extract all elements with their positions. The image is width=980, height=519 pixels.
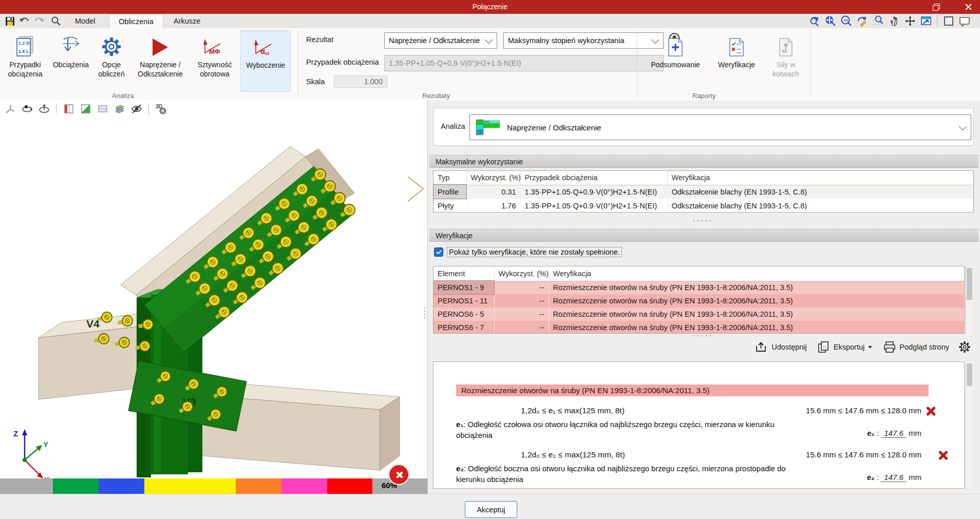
report-settings-button[interactable]	[958, 341, 971, 353]
restore-window-button[interactable]	[925, 0, 948, 14]
scrollbar-thumb[interactable]	[967, 268, 972, 300]
report-preview[interactable]: Rozmieszczenie otworów na śruby (PN EN 1…	[433, 361, 965, 489]
load-cases-button[interactable]: 1.2 D1.6 L Przypadki obciążenia	[2, 30, 48, 91]
close-icon	[965, 4, 972, 10]
report-scrollbar[interactable]	[965, 361, 973, 489]
save-button[interactable]	[3, 15, 16, 27]
analysis-select[interactable]: Naprężenie / Odkształcenie	[469, 114, 971, 140]
run-stress-strain-button[interactable]: Naprężenie / Odkształcenie	[131, 30, 189, 91]
cell-typ[interactable]: Płyty	[434, 199, 466, 213]
result-type-select[interactable]: Naprężenie / Odkształcenie	[384, 32, 497, 49]
hide-elements-button[interactable]	[129, 103, 143, 116]
summary-report-button[interactable]: Podsumowanie	[643, 30, 708, 91]
frame-view-button[interactable]	[941, 15, 955, 28]
axis-label-z: Z	[13, 429, 18, 438]
max-utilization-header[interactable]: Maksymalne wykorzystanie	[429, 155, 978, 168]
redraw-button[interactable]	[855, 15, 869, 28]
col-header[interactable]: Przypadek obciążenia	[520, 171, 667, 185]
viewport-3d[interactable]: 3D	[0, 101, 428, 494]
accept-button[interactable]: Akceptuj	[465, 501, 517, 518]
pan-button[interactable]	[887, 15, 901, 28]
param-value-input[interactable]: 147.6	[881, 473, 907, 482]
load-case-label: Przypadek obciążenia	[306, 58, 379, 66]
cell-typ[interactable]: Profile	[434, 185, 466, 199]
col-header[interactable]: Weryfikacja	[667, 171, 973, 185]
axis-view-button[interactable]	[3, 103, 17, 116]
table-row[interactable]: Płyty 1.76 1.35·PP+1.05·Q+0.9·V(0°)H2+1.…	[434, 199, 973, 213]
col-header[interactable]: Weryfikacja	[549, 266, 965, 281]
splitter-handle[interactable]: ·····	[680, 218, 726, 223]
chevron-down-icon	[485, 35, 493, 44]
tab-model[interactable]: Model	[66, 14, 105, 28]
button-label: Wyboczenie	[246, 61, 285, 70]
table-row[interactable]: PERNOS1 - 11 -- Rozmieszczenie otworów n…	[434, 294, 965, 307]
table-row[interactable]: PERNOS6 - 5 -- Rozmieszczenie otworów na…	[434, 307, 965, 321]
restore-icon	[933, 4, 940, 11]
3d-settings-button[interactable]: 3D	[154, 103, 168, 116]
note-panel-button[interactable]	[957, 15, 971, 28]
plate-edges-button[interactable]	[62, 103, 76, 116]
rotational-stiffness-button[interactable]: MΦ Sztywność obrotowa	[191, 30, 238, 91]
table-row[interactable]: Profile 0.31 1.35·PP+1.05·Q+0.9·V(0°)H2+…	[434, 185, 973, 199]
zoom-extents-icon	[824, 15, 837, 27]
layers-button[interactable]	[112, 103, 126, 116]
previous-view-button[interactable]	[807, 15, 821, 28]
group-label-analiza: Analiza	[112, 92, 134, 100]
orbit-icon	[21, 103, 33, 114]
filter-checkbox[interactable]	[434, 247, 443, 257]
chevron-down-icon	[959, 122, 967, 130]
col-header[interactable]: Typ	[434, 171, 466, 185]
splitter-handle[interactable]: ·····	[680, 333, 726, 338]
plate-transparent-button[interactable]	[96, 103, 109, 116]
col-header[interactable]: Wykorzyst. (%)	[494, 266, 549, 281]
share-button[interactable]: Udostępnij	[755, 341, 807, 353]
table-row[interactable]: PERNOS1 - 9 -- Rozmieszczenie otworów na…	[434, 281, 965, 294]
zoom-factor-button[interactable]: ×2	[839, 15, 853, 28]
param-value-input[interactable]: 147.6	[881, 429, 907, 438]
panel-collapse-chevron[interactable]	[408, 177, 423, 201]
search-button[interactable]	[49, 15, 63, 27]
axis-label-y: Y	[43, 440, 48, 449]
zoom-extents-button[interactable]	[823, 15, 837, 28]
export-button[interactable]: Eksportuj	[817, 341, 873, 353]
zoom-window-button[interactable]	[871, 15, 885, 28]
page-preview-button[interactable]: Podgląd strony	[883, 341, 949, 353]
connection-3d-model[interactable]: V4 V3 Z Y X	[0, 117, 427, 478]
calc-options-button[interactable]: Opcje obliczeń	[93, 30, 129, 91]
scale-segment: 40%	[144, 478, 190, 494]
switch-window-button[interactable]	[919, 15, 933, 28]
orbit-button[interactable]	[20, 103, 34, 116]
filter-checkbox-label[interactable]: Pokaż tylko weryfikacje, które nie zosta…	[447, 247, 621, 257]
tab-arkusze[interactable]: Arkusze	[164, 14, 210, 28]
cell-element[interactable]: PERNOS1 - 9	[434, 281, 494, 294]
redo-button[interactable]	[33, 15, 46, 27]
verifications-header[interactable]: Weryfikacje	[429, 229, 978, 242]
rotate-view-button[interactable]	[903, 15, 917, 28]
param-symbol: e₁	[456, 420, 463, 429]
col-header[interactable]: Wykorzyst. (%)	[466, 171, 520, 185]
export-label: Eksportuj	[834, 343, 864, 351]
button-label: kotwach	[772, 69, 799, 79]
buckling-button[interactable]: αcr Wyboczenie	[240, 30, 291, 92]
undo-button[interactable]	[17, 15, 31, 27]
panel-splitter-handle[interactable]: ····	[422, 306, 429, 318]
verif-scrollbar[interactable]	[965, 266, 973, 334]
cell-element[interactable]: PERNOS1 - 11	[434, 294, 494, 307]
col-header[interactable]: Element	[434, 266, 494, 281]
result-mode-select[interactable]: Maksymalny stopień wykorzystania	[503, 32, 664, 49]
undo-icon	[18, 16, 30, 26]
close-window-button[interactable]	[956, 0, 980, 14]
tab-obliczenia[interactable]: Obliczenia	[109, 14, 163, 29]
verifications-report-button[interactable]: Weryfikacje	[710, 30, 763, 91]
cell-element[interactable]: PERNOS6 - 7	[434, 321, 494, 334]
close-results-button[interactable]	[388, 464, 409, 485]
anchor-forces-icon	[778, 30, 794, 57]
rotate-model-button[interactable]	[37, 103, 51, 116]
loads-button[interactable]: Obciążenia	[50, 30, 91, 91]
plate-solid-button[interactable]	[79, 103, 92, 116]
stress-result-icon	[474, 119, 503, 136]
filter-checkbox-row[interactable]: Pokaż tylko weryfikacje, które nie zosta…	[434, 247, 621, 257]
scrollbar-thumb[interactable]	[967, 363, 972, 386]
cell-element[interactable]: PERNOS6 - 5	[434, 307, 494, 321]
view-tools: ×2	[807, 14, 971, 28]
